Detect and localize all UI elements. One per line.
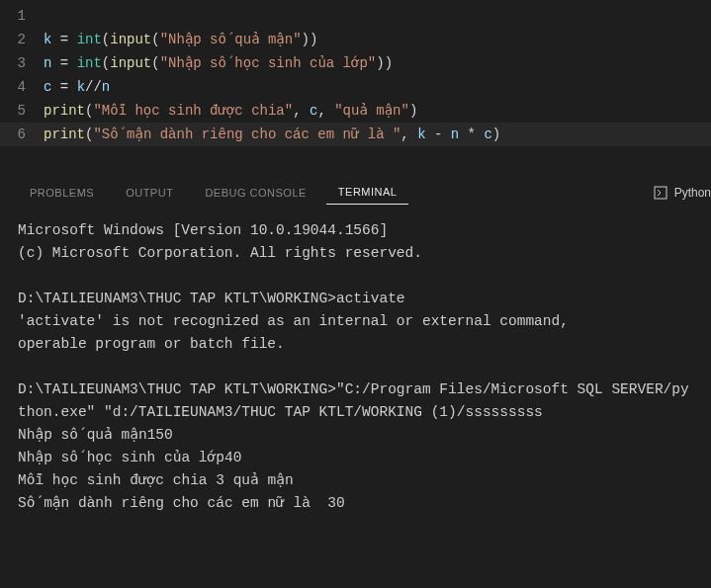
code-content: n = int(input("Nhập số học sinh của lớp"… bbox=[44, 51, 393, 75]
line-number: 3 bbox=[0, 51, 44, 75]
code-content: print("Số mận dành riêng cho các em nữ l… bbox=[44, 123, 500, 146]
code-content: c = k//n bbox=[44, 75, 110, 99]
code-editor[interactable]: 12k = int(input("Nhập số quả mận"))3n = … bbox=[0, 0, 711, 150]
terminal-output[interactable]: Microsoft Windows [Version 10.0.19044.15… bbox=[0, 206, 711, 529]
launch-icon bbox=[653, 185, 668, 201]
code-content: k = int(input("Nhập số quả mận")) bbox=[44, 28, 317, 51]
code-line[interactable]: 2k = int(input("Nhập số quả mận")) bbox=[0, 28, 711, 51]
code-line[interactable]: 5print("Mỗi học sinh được chia", c, "quả… bbox=[0, 99, 711, 123]
terminal-selector[interactable]: Python bbox=[653, 185, 711, 201]
terminal-block: D:\TAILIEUNAM3\THUC TAP KTLT\WORKING>"C:… bbox=[18, 378, 693, 515]
terminal-block: Microsoft Windows [Version 10.0.19044.15… bbox=[18, 219, 693, 265]
terminal-block: D:\TAILIEUNAM3\THUC TAP KTLT\WORKING>act… bbox=[18, 288, 693, 356]
line-number: 4 bbox=[0, 75, 44, 99]
tab-debug-console[interactable]: DEBUG CONSOLE bbox=[193, 181, 317, 205]
line-number: 1 bbox=[0, 4, 44, 28]
code-line[interactable]: 4c = k//n bbox=[0, 75, 711, 99]
tab-problems[interactable]: PROBLEMS bbox=[18, 181, 106, 205]
code-line[interactable]: 1 bbox=[0, 4, 711, 28]
terminal-selector-label: Python bbox=[674, 186, 711, 200]
line-number: 5 bbox=[0, 99, 44, 123]
code-line[interactable]: 3n = int(input("Nhập số học sinh của lớp… bbox=[0, 51, 711, 75]
tab-terminal[interactable]: TERMINAL bbox=[326, 180, 409, 205]
code-line[interactable]: 6print("Số mận dành riêng cho các em nữ … bbox=[0, 123, 711, 146]
tab-output[interactable]: OUTPUT bbox=[114, 181, 185, 205]
code-content: print("Mỗi học sinh được chia", c, "quả … bbox=[44, 99, 417, 123]
line-number: 6 bbox=[0, 123, 44, 146]
line-number: 2 bbox=[0, 28, 44, 51]
panel-tabs: PROBLEMS OUTPUT DEBUG CONSOLE TERMINAL P… bbox=[0, 170, 711, 206]
